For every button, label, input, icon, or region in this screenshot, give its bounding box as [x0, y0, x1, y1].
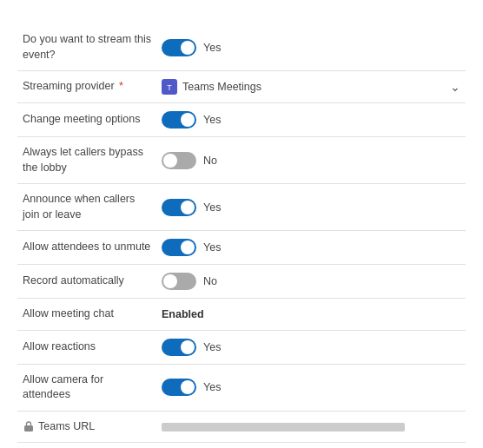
provider-name: Teams Meetings	[182, 81, 261, 93]
toggle-thumb	[181, 113, 195, 127]
table-row: Streaming provider * T Teams Meetings⌄	[17, 71, 466, 103]
table-row: Record automaticallyNo	[17, 265, 466, 299]
toggle-thumb	[181, 240, 195, 254]
field-label: Always let callers bypass the lobby	[23, 146, 143, 174]
toggle-allow-camera[interactable]	[162, 379, 196, 396]
field-label: Streaming provider	[23, 80, 115, 92]
url-blurred	[162, 423, 405, 432]
field-label: Change meeting options	[23, 113, 141, 125]
toggle-thumb	[181, 380, 195, 394]
lock-icon	[23, 420, 35, 432]
toggle-thumb	[181, 340, 195, 354]
toggle-value-label: Yes	[203, 341, 221, 353]
toggle-allow-reactions[interactable]	[162, 339, 196, 356]
field-label: Teams URL	[38, 419, 95, 435]
toggle-thumb	[181, 41, 195, 55]
field-label: Record automatically	[23, 274, 124, 287]
table-row: Announce when callers join or leaveYes	[17, 184, 466, 231]
settings-table: Do you want to stream this event?YesStre…	[17, 24, 466, 448]
table-row: Allow reactionsYes	[17, 330, 466, 364]
toggle-record-auto[interactable]	[162, 273, 196, 290]
field-label: Allow reactions	[23, 340, 96, 352]
toggle-stream-event[interactable]	[162, 39, 196, 56]
teams-icon: T	[162, 79, 177, 95]
toggle-thumb	[181, 201, 195, 214]
stream-event-form: Do you want to stream this event?YesStre…	[0, 0, 483, 448]
table-row: Allow attendees to unmuteYes	[17, 231, 466, 265]
toggle-value-label: Yes	[203, 114, 221, 126]
svg-rect-2	[24, 425, 33, 432]
table-row: Teams URL	[17, 411, 466, 443]
toggle-value-label: Yes	[203, 42, 221, 54]
table-row: Allow camera for attendeesYes	[17, 364, 466, 411]
table-row: Change meeting optionsYes	[17, 103, 466, 137]
toggle-allow-unmute[interactable]	[162, 239, 196, 256]
table-row: Teams meeting owner 👤	[17, 443, 466, 449]
field-label: Allow meeting chat	[23, 307, 114, 320]
teams-url-value	[162, 420, 405, 432]
field-label: Announce when callers join or leave	[23, 193, 135, 221]
streaming-provider-select[interactable]: T Teams Meetings⌄	[162, 79, 460, 95]
chat-status-value: Enabled	[162, 308, 204, 320]
toggle-thumb	[163, 154, 177, 168]
toggle-value-label: Yes	[203, 201, 221, 214]
toggle-thumb	[163, 274, 177, 288]
toggle-value-label: Yes	[203, 241, 221, 254]
table-row: Allow meeting chatEnabled	[17, 299, 466, 331]
chevron-down-icon: ⌄	[450, 80, 460, 94]
toggle-value-label: No	[203, 155, 217, 167]
field-label: Do you want to stream this event?	[23, 33, 151, 61]
toggle-announce-callers[interactable]	[162, 199, 196, 216]
toggle-bypass-lobby[interactable]	[162, 152, 196, 169]
field-label: Allow attendees to unmute	[23, 240, 150, 253]
svg-text:T: T	[167, 83, 172, 92]
required-indicator: *	[116, 80, 123, 92]
toggle-value-label: Yes	[203, 381, 221, 393]
toggle-value-label: No	[203, 275, 217, 287]
table-row: Do you want to stream this event?Yes	[17, 24, 466, 71]
table-row: Always let callers bypass the lobbyNo	[17, 137, 466, 184]
field-label: Allow camera for attendees	[23, 373, 103, 401]
toggle-change-meeting-options[interactable]	[162, 111, 196, 128]
